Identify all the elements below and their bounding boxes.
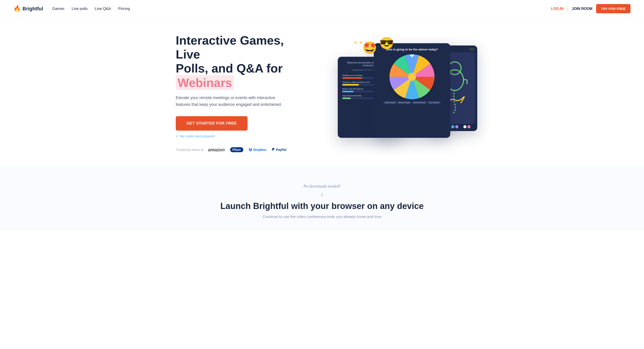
logo-flame-icon: 🔥: [14, 5, 21, 12]
nav-left: 🔥 Brightful Games Live polls Live Q&A Pr…: [14, 5, 130, 12]
trusted-label: Trusted by teams at: [176, 148, 204, 152]
pfizer-logo: Pfizer: [230, 147, 243, 152]
color-purple[interactable]: [455, 125, 458, 128]
check-icon: ✓: [176, 134, 179, 138]
trusted-section: Trusted by teams at amazon Pfizer Dropbo…: [176, 147, 302, 152]
login-button[interactable]: LOG IN: [551, 7, 564, 11]
nav-pricing[interactable]: Pricing: [118, 7, 130, 11]
color-dark[interactable]: [459, 125, 462, 128]
color-pink[interactable]: [467, 125, 470, 128]
no-downloads-note: No downloads needed!: [14, 184, 630, 189]
amazon-logo: amazon: [208, 147, 224, 152]
spinner-wheel: ⭐: [390, 54, 434, 99]
nav-links: Games Live polls Live Q&A Pricing: [52, 7, 130, 11]
stars-decoration: ✦ ✦: [354, 40, 363, 46]
logo-text: Brightful: [22, 6, 43, 12]
dropbox-logo: Dropbox: [249, 148, 266, 152]
join-room-button[interactable]: JOIN ROOM: [572, 7, 592, 11]
draw-card-controls: ⬛⬛: [470, 48, 474, 51]
navbar: 🔥 Brightful Games Live polls Live Q&A Pr…: [0, 0, 644, 18]
nav-live-polls[interactable]: Live polls: [72, 7, 88, 11]
no-credit-card-notice: ✓ No credit card required: [176, 134, 302, 138]
nav-live-qa[interactable]: Live Q&A: [95, 7, 111, 11]
color-blue[interactable]: [451, 125, 454, 128]
hero-text: Interactive Games, Live Polls, and Q&A f…: [176, 33, 302, 152]
wink-emoji: 🤩: [362, 41, 377, 55]
hero-highlight: Webinars: [176, 75, 234, 90]
podium-person-icon: 🧑‍💼: [476, 124, 477, 131]
hero-title: Interactive Games, Live Polls, and Q&A f…: [176, 33, 302, 90]
spinner-card: Who is going to be the winner today?: [374, 43, 450, 138]
svg-text:⭐: ⭐: [410, 75, 414, 79]
try-for-free-button[interactable]: TRY FOR FREE: [596, 4, 630, 13]
logo[interactable]: 🔥 Brightful: [14, 5, 43, 12]
color-white[interactable]: [463, 125, 466, 128]
nav-divider: |: [567, 6, 568, 11]
hero-section: Interactive Games, Live Polls, and Q&A f…: [153, 18, 491, 166]
brand-logos: amazon Pfizer Dropbox PayPal: [208, 147, 286, 152]
section2-subtitle: Continue to use the video conference too…: [14, 215, 630, 219]
heart-speech-bubble: ❤️: [477, 46, 477, 50]
arrow-down-icon: ↓: [14, 190, 630, 198]
hero-visual: 🤩 😎 ✦ ✦ What are the benefits of remote …: [338, 39, 477, 147]
section2-title: Launch Brightful with your browser on an…: [14, 201, 630, 211]
nav-games[interactable]: Games: [52, 7, 64, 11]
svg-point-4: [448, 62, 461, 75]
get-started-button[interactable]: GET STARTED FOR FREE: [176, 116, 248, 131]
no-cc-text: No credit card required: [180, 134, 214, 138]
hero-subtitle: Elevate your remote meetings or events w…: [176, 95, 284, 108]
nav-right: LOG IN | JOIN ROOM TRY FOR FREE: [551, 4, 630, 13]
paypal-logo: PayPal: [272, 148, 286, 152]
section2: No downloads needed! ↓ Launch Brightful …: [0, 166, 644, 230]
spinner-names: Janelle Black Bessie Cooper Ronald Nicho…: [384, 101, 440, 104]
cool-emoji: 😎: [380, 37, 394, 50]
